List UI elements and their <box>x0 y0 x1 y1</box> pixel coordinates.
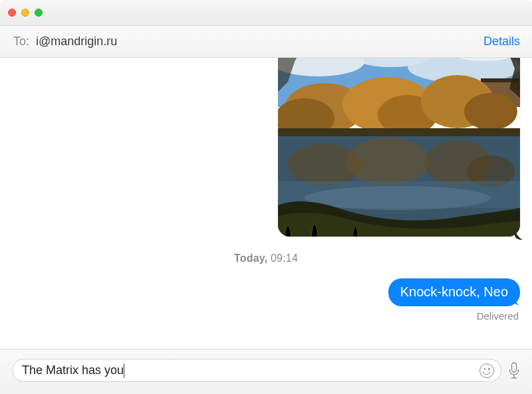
sent-image-attachment[interactable] <box>278 58 520 237</box>
fullscreen-window-button[interactable] <box>35 9 43 17</box>
svg-rect-21 <box>512 363 517 372</box>
traffic-lights <box>8 9 43 17</box>
message-input-text: The Matrix has you <box>22 363 124 377</box>
microphone-icon[interactable] <box>508 362 520 379</box>
timestamp-time: 09:14 <box>271 252 298 264</box>
message-composer: The Matrix has you <box>0 349 532 394</box>
sent-message-text: Knock-knock, Neo <box>400 284 508 299</box>
message-thread[interactable]: Today, 09:14 Knock-knock, Neo Delivered <box>0 58 532 349</box>
message-input[interactable]: The Matrix has you <box>12 359 501 382</box>
svg-rect-13 <box>278 128 520 136</box>
emoji-picker-icon[interactable] <box>479 363 494 378</box>
sent-message-bubble[interactable]: Knock-knock, Neo <box>388 278 520 306</box>
image-bubble-tail <box>515 229 523 240</box>
conversation-header: To: i@mandrigin.ru Details <box>0 26 532 58</box>
window-titlebar[interactable] <box>0 0 532 26</box>
to-line: To: i@mandrigin.ru <box>13 35 117 49</box>
svg-point-16 <box>346 138 429 185</box>
close-window-button[interactable] <box>8 9 16 17</box>
svg-point-12 <box>464 93 517 130</box>
messages-window: To: i@mandrigin.ru Details <box>0 0 532 394</box>
sent-message-row: Knock-knock, Neo Delivered <box>388 278 520 322</box>
timestamp-divider: Today, 09:14 <box>0 252 532 264</box>
text-caret <box>124 363 124 378</box>
timestamp-day: Today, <box>234 252 267 264</box>
minimize-window-button[interactable] <box>21 9 29 17</box>
to-label: To: <box>13 35 29 49</box>
recipient-address[interactable]: i@mandrigin.ru <box>36 35 117 49</box>
details-button[interactable]: Details <box>483 35 520 49</box>
message-bubble-tail <box>512 294 524 306</box>
delivery-status: Delivered <box>388 310 520 322</box>
